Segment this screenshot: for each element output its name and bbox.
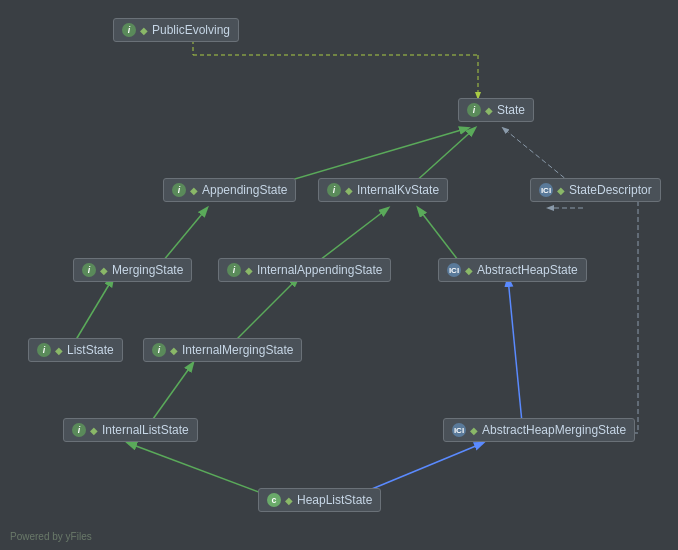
node-label-State: State	[497, 103, 525, 117]
icon-abstract-sd: ICI	[539, 183, 553, 197]
deco-kvstate: ◆	[345, 185, 353, 196]
node-label-MergingState: MergingState	[112, 263, 183, 277]
node-label-AbstractHeapState: AbstractHeapState	[477, 263, 578, 277]
deco-ils: ◆	[90, 425, 98, 436]
node-ListState[interactable]: i ◆ ListState	[28, 338, 123, 362]
watermark: Powered by yFiles	[10, 531, 92, 542]
node-label-InternalKvState: InternalKvState	[357, 183, 439, 197]
node-AppendingState[interactable]: i ◆ AppendingState	[163, 178, 296, 202]
deco-ias: ◆	[245, 265, 253, 276]
node-label-HeapListState: HeapListState	[297, 493, 372, 507]
node-State[interactable]: i ◆ State	[458, 98, 534, 122]
node-label-AppendingState: AppendingState	[202, 183, 287, 197]
deco-state: ◆	[485, 105, 493, 116]
node-label-ListState: ListState	[67, 343, 114, 357]
deco-sd: ◆	[557, 185, 565, 196]
node-label-InternalListState: InternalListState	[102, 423, 189, 437]
node-InternalMergingState[interactable]: i ◆ InternalMergingState	[143, 338, 302, 362]
icon-interface-ias: i	[227, 263, 241, 277]
icon-interface-ils: i	[72, 423, 86, 437]
deco-ls: ◆	[55, 345, 63, 356]
node-InternalListState[interactable]: i ◆ InternalListState	[63, 418, 198, 442]
node-AbstractHeapState[interactable]: ICI ◆ AbstractHeapState	[438, 258, 587, 282]
deco-leaf: ◆	[140, 25, 148, 36]
svg-line-7	[508, 278, 523, 433]
node-label-InternalMergingState: InternalMergingState	[182, 343, 293, 357]
node-HeapListState[interactable]: c ◆ HeapListState	[258, 488, 381, 512]
deco-ahs: ◆	[465, 265, 473, 276]
icon-interface-appending: i	[172, 183, 186, 197]
icon-interface-ims: i	[152, 343, 166, 357]
node-PublicEvolving[interactable]: i ◆ PublicEvolving	[113, 18, 239, 42]
deco-hls: ◆	[285, 495, 293, 506]
deco-merging: ◆	[100, 265, 108, 276]
node-MergingState[interactable]: i ◆ MergingState	[73, 258, 192, 282]
node-InternalAppendingState[interactable]: i ◆ InternalAppendingState	[218, 258, 391, 282]
icon-interface-state: i	[467, 103, 481, 117]
icon-class-hls: c	[267, 493, 281, 507]
node-label-AbstractHeapMergingState: AbstractHeapMergingState	[482, 423, 626, 437]
node-StateDescriptor[interactable]: ICI ◆ StateDescriptor	[530, 178, 661, 202]
node-AbstractHeapMergingState[interactable]: ICI ◆ AbstractHeapMergingState	[443, 418, 635, 442]
watermark-text: Powered by yFiles	[10, 531, 92, 542]
icon-abstract-ahms: ICI	[452, 423, 466, 437]
node-label-PublicEvolving: PublicEvolving	[152, 23, 230, 37]
diagram-container: i ◆ PublicEvolving i ◆ State i ◆ Appendi…	[0, 0, 678, 550]
icon-abstract-ahs: ICI	[447, 263, 461, 277]
deco-ims: ◆	[170, 345, 178, 356]
node-label-StateDescriptor: StateDescriptor	[569, 183, 652, 197]
icon-interface-ls: i	[37, 343, 51, 357]
icon-interface: i	[122, 23, 136, 37]
deco-appending: ◆	[190, 185, 198, 196]
node-InternalKvState[interactable]: i ◆ InternalKvState	[318, 178, 448, 202]
icon-interface-merging: i	[82, 263, 96, 277]
deco-ahms: ◆	[470, 425, 478, 436]
icon-interface-kvstate: i	[327, 183, 341, 197]
node-label-InternalAppendingState: InternalAppendingState	[257, 263, 382, 277]
